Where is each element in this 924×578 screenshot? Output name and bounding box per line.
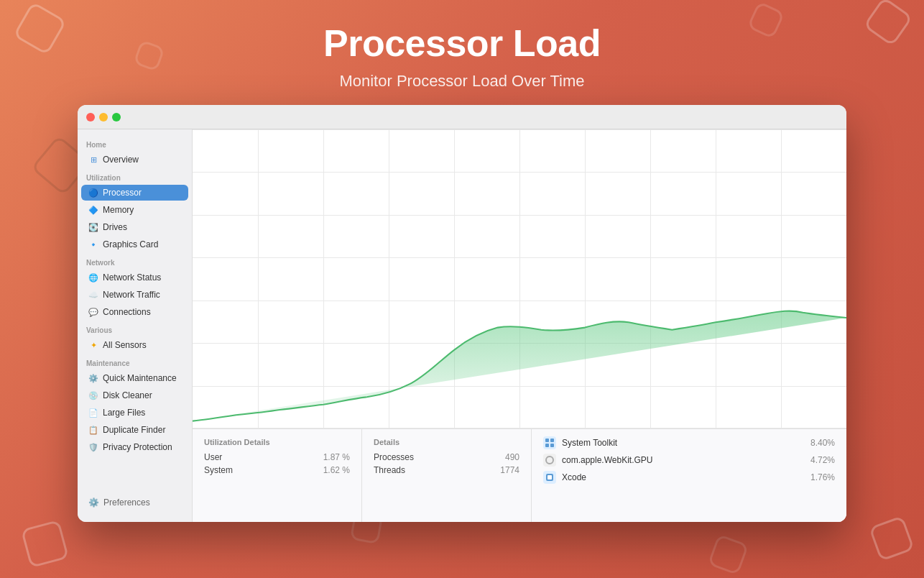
sidebar-item-quick-maintenance[interactable]: ⚙️ Quick Maintenance <box>81 370 188 386</box>
sidebar-item-all-sensors[interactable]: ✦ All Sensors <box>81 337 188 353</box>
sidebar-label-memory: Memory <box>103 205 134 215</box>
sidebar-label-disk-cleaner: Disk Cleaner <box>103 390 152 400</box>
svg-rect-3 <box>550 444 554 447</box>
details-processes-value: 490 <box>505 452 519 462</box>
sidebar-label-large-files: Large Files <box>103 408 145 418</box>
sidebar-item-graphics[interactable]: 🔹 Graphics Card <box>81 237 188 252</box>
util-user-label: User <box>204 452 222 462</box>
sidebar-item-privacy-protection[interactable]: 🛡️ Privacy Protection <box>81 439 188 455</box>
process-icon-0 <box>543 436 556 449</box>
shield-icon: 🛡️ <box>88 442 98 452</box>
sidebar-preferences-label: Preferences <box>103 497 150 508</box>
maximize-button[interactable] <box>112 113 121 121</box>
disk-cleaner-icon: 💿 <box>88 390 98 400</box>
sidebar-label-connections: Connections <box>103 307 151 317</box>
svg-rect-1 <box>550 439 554 442</box>
preferences-gear-icon: ⚙️ <box>88 497 99 508</box>
svg-rect-6 <box>548 475 552 480</box>
sidebar-item-overview[interactable]: ⊞ Overview <box>81 152 188 168</box>
sidebar-preferences[interactable]: ⚙️ Preferences <box>81 492 188 513</box>
window-body: Home ⊞ Overview Utilization 🔵 Processor … <box>78 129 846 522</box>
chart-area <box>193 129 846 428</box>
sidebar: Home ⊞ Overview Utilization 🔵 Processor … <box>78 129 193 522</box>
details-threads-label: Threads <box>374 465 405 475</box>
process-row-1: com.apple.WebKit.GPU 4.72% <box>543 454 835 467</box>
sidebar-item-network-status[interactable]: 🌐 Network Status <box>81 270 188 285</box>
process-pct-1: 4.72% <box>810 455 835 465</box>
utilization-details-section: Utilization Details User 1.87 % System 1… <box>193 429 362 522</box>
sidebar-label-privacy-protection: Privacy Protection <box>103 442 172 452</box>
duplicate-finder-icon: 📋 <box>88 425 98 435</box>
drive-icon: 💽 <box>88 222 98 232</box>
process-pct-0: 8.40% <box>810 438 835 448</box>
sidebar-label-network-status: Network Status <box>103 272 161 283</box>
sidebar-label-duplicate-finder: Duplicate Finder <box>103 425 165 435</box>
window-titlebar <box>78 105 846 129</box>
minimize-button[interactable] <box>99 113 108 121</box>
details-processes-row: Processes 490 <box>374 452 519 462</box>
cloud-icon: ☁️ <box>88 290 98 300</box>
svg-rect-0 <box>545 439 549 442</box>
details-processes-label: Processes <box>374 452 414 462</box>
cpu-icon: 🔵 <box>88 188 98 198</box>
sidebar-label-all-sensors: All Sensors <box>103 340 147 350</box>
sidebar-label-overview: Overview <box>103 155 139 165</box>
process-name-1: com.apple.WebKit.GPU <box>562 455 805 465</box>
sidebar-label-graphics: Graphics Card <box>103 239 158 249</box>
details-threads-value: 1774 <box>500 465 519 475</box>
svg-rect-2 <box>545 444 549 447</box>
details-section: Details Processes 490 Threads 1774 <box>362 429 532 522</box>
star-icon: ✦ <box>88 340 98 350</box>
sidebar-label-processor: Processor <box>103 188 142 198</box>
sidebar-label-quick-maintenance: Quick Maintenance <box>103 373 177 383</box>
large-files-icon: 📄 <box>88 408 98 418</box>
process-name-2: Xcode <box>562 472 805 482</box>
process-icon-1 <box>543 454 556 467</box>
util-system-row: System 1.62 % <box>204 465 350 475</box>
sidebar-label-network-traffic: Network Traffic <box>103 290 160 300</box>
process-name-0: System Toolkit <box>562 438 805 448</box>
util-system-label: System <box>204 465 233 475</box>
quick-maintenance-icon: ⚙️ <box>88 373 98 383</box>
page-subtitle: Monitor Processor Load Over Time <box>323 72 601 91</box>
utilization-details-header: Utilization Details <box>204 438 350 446</box>
process-pct-2: 1.76% <box>810 472 835 482</box>
sidebar-section-maintenance: Maintenance <box>78 354 192 370</box>
util-user-row: User 1.87 % <box>204 452 350 462</box>
util-system-value: 1.62 % <box>323 465 350 475</box>
process-row-0: System Toolkit 8.40% <box>543 436 835 449</box>
traffic-lights <box>86 113 121 121</box>
details-threads-row: Threads 1774 <box>374 465 519 475</box>
sidebar-item-network-traffic[interactable]: ☁️ Network Traffic <box>81 287 188 303</box>
sidebar-label-drives: Drives <box>103 222 127 232</box>
process-list: System Toolkit 8.40% com.apple.WebKit.GP… <box>532 429 846 522</box>
sidebar-item-processor[interactable]: 🔵 Processor <box>81 185 188 201</box>
header-area: Processor Load Monitor Processor Load Ov… <box>323 0 601 105</box>
main-content: Utilization Details User 1.87 % System 1… <box>193 129 846 522</box>
sidebar-section-network: Network <box>78 253 192 269</box>
cpu-chart <box>193 129 846 428</box>
sidebar-section-various: Various <box>78 321 192 336</box>
sidebar-item-connections[interactable]: 💬 Connections <box>81 304 188 320</box>
bottom-panel: Utilization Details User 1.87 % System 1… <box>193 428 846 522</box>
sidebar-section-utilization: Utilization <box>78 168 192 184</box>
process-row-2: Xcode 1.76% <box>543 471 835 484</box>
sidebar-item-large-files[interactable]: 📄 Large Files <box>81 405 188 421</box>
grid-icon: ⊞ <box>88 155 98 165</box>
util-user-value: 1.87 % <box>323 452 350 462</box>
sidebar-item-memory[interactable]: 🔷 Memory <box>81 202 188 218</box>
sidebar-item-drives[interactable]: 💽 Drives <box>81 219 188 235</box>
sidebar-section-home: Home <box>78 135 192 151</box>
page-title: Processor Load <box>323 22 601 65</box>
details-header: Details <box>374 438 519 446</box>
process-icon-2 <box>543 471 556 484</box>
sidebar-item-disk-cleaner[interactable]: 💿 Disk Cleaner <box>81 387 188 403</box>
globe-icon: 🌐 <box>88 272 98 283</box>
sidebar-item-duplicate-finder[interactable]: 📋 Duplicate Finder <box>81 422 188 438</box>
gpu-icon: 🔹 <box>88 239 98 249</box>
chat-icon: 💬 <box>88 307 98 317</box>
close-button[interactable] <box>86 113 95 121</box>
memory-icon: 🔷 <box>88 205 98 215</box>
svg-point-4 <box>546 457 553 464</box>
macos-window: Home ⊞ Overview Utilization 🔵 Processor … <box>78 105 846 522</box>
